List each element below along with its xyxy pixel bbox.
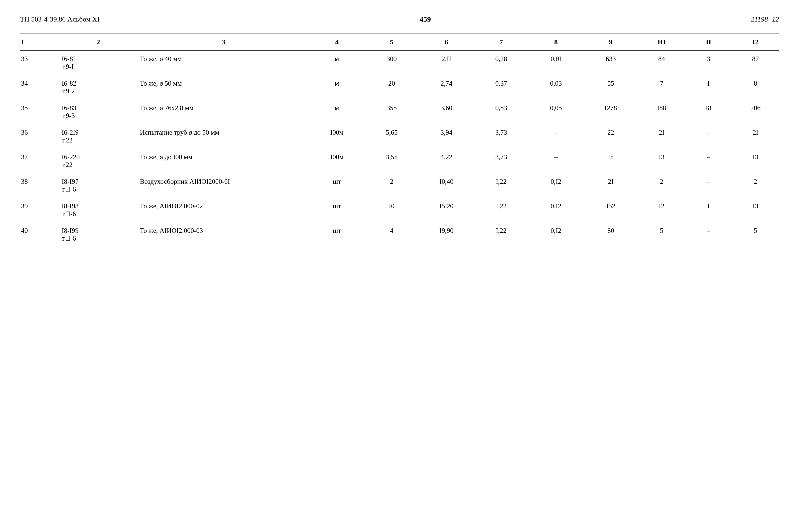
table-cell: 35 xyxy=(20,100,59,124)
table-cell: шт xyxy=(310,222,365,247)
table-cell: – xyxy=(685,149,732,173)
table-cell: I6-2I9т.22 xyxy=(59,124,137,149)
col-header-6: 6 xyxy=(419,34,474,50)
column-header-row: I 2 3 4 5 6 7 8 9 IO II I2 xyxy=(20,34,779,50)
table-row: 33I6-8Iт.9-IТо же, ø 40 ммм3002,II0,280,… xyxy=(20,50,779,75)
table-cell: 39 xyxy=(20,198,59,222)
table-cell: Испытание труб ø до 50 мм xyxy=(137,124,310,149)
table-cell: 355 xyxy=(364,100,419,124)
table-cell: 2I xyxy=(583,173,638,198)
col-header-10: IO xyxy=(638,34,685,50)
table-cell: I8-I97т.II-6 xyxy=(59,173,137,198)
table-cell: 2 xyxy=(732,173,779,198)
table-cell: I88 xyxy=(638,100,685,124)
table-cell: 0,03 xyxy=(528,75,583,100)
table-cell: 0,28 xyxy=(474,50,529,75)
table-cell: I0 xyxy=(364,198,419,222)
table-cell: 2I xyxy=(732,124,779,149)
table-cell: 5 xyxy=(732,222,779,247)
table-cell: 22 xyxy=(583,124,638,149)
table-cell: – xyxy=(685,222,732,247)
table-cell: 37 xyxy=(20,149,59,173)
table-cell: I,22 xyxy=(474,222,529,247)
table-cell: 87 xyxy=(732,50,779,75)
table-cell: 0,37 xyxy=(474,75,529,100)
table-cell: I,22 xyxy=(474,198,529,222)
page-header: ТП 503-4-39.86 Альбом XI – 459 – 21198 -… xyxy=(20,15,779,26)
col-header-7: 7 xyxy=(474,34,529,50)
table-cell: 3,73 xyxy=(474,124,529,149)
table-cell: 80 xyxy=(583,222,638,247)
header-center: – 459 – xyxy=(414,15,436,23)
table-cell: 3 xyxy=(685,50,732,75)
table-cell: 8 xyxy=(732,75,779,100)
table-cell: 3,94 xyxy=(419,124,474,149)
table-cell: I5,20 xyxy=(419,198,474,222)
col-header-8: 8 xyxy=(528,34,583,50)
table-cell: – xyxy=(528,149,583,173)
table-row: 36I6-2I9т.22Испытание труб ø до 50 ммI00… xyxy=(20,124,779,149)
table-cell: 2,74 xyxy=(419,75,474,100)
table-cell: 84 xyxy=(638,50,685,75)
table-cell: шт xyxy=(310,198,365,222)
table-cell: I00м xyxy=(310,124,365,149)
col-header-5: 5 xyxy=(364,34,419,50)
table-cell: 2 xyxy=(364,173,419,198)
col-header-9: 9 xyxy=(583,34,638,50)
table-cell: То же, ø 50 мм xyxy=(137,75,310,100)
table-cell: То же, ø 40 мм xyxy=(137,50,310,75)
table-cell: I3 xyxy=(732,149,779,173)
table-cell: 206 xyxy=(732,100,779,124)
col-header-2: 2 xyxy=(59,34,137,50)
table-cell: То же, ø до I00 мм xyxy=(137,149,310,173)
table-cell: I xyxy=(685,198,732,222)
table-cell: 55 xyxy=(583,75,638,100)
main-table: I 2 3 4 5 6 7 8 9 IO II I2 33I6-8Iт.9-IТ… xyxy=(20,34,779,247)
table-cell: I8 xyxy=(685,100,732,124)
table-cell: 34 xyxy=(20,75,59,100)
table-cell: м xyxy=(310,100,365,124)
table-row: 38I8-I97т.II-6Воздухосборник АIИOI2000-0… xyxy=(20,173,779,198)
table-cell: I9,90 xyxy=(419,222,474,247)
table-cell: 2I xyxy=(638,124,685,149)
table-cell: 33 xyxy=(20,50,59,75)
table-cell: I6-8Iт.9-I xyxy=(59,50,137,75)
table-cell: I3 xyxy=(638,149,685,173)
table-cell: I0,40 xyxy=(419,173,474,198)
table-cell: Воздухосборник АIИOI2000-0I xyxy=(137,173,310,198)
table-cell: I52 xyxy=(583,198,638,222)
table-cell: – xyxy=(528,124,583,149)
table-cell: I,22 xyxy=(474,173,529,198)
table-cell: I6-220т.22 xyxy=(59,149,137,173)
table-cell: I xyxy=(685,75,732,100)
table-cell: 0,0I xyxy=(528,50,583,75)
table-cell: 0,I2 xyxy=(528,222,583,247)
table-cell: – xyxy=(685,173,732,198)
table-cell: 0,53 xyxy=(474,100,529,124)
table-cell: 2 xyxy=(638,173,685,198)
table-row: 40I8-I99т.II-6То же, АIИOI2.000-03шт4I9,… xyxy=(20,222,779,247)
col-header-12: I2 xyxy=(732,34,779,50)
table-cell: 3,73 xyxy=(474,149,529,173)
table-cell: I278 xyxy=(583,100,638,124)
col-header-1: I xyxy=(20,34,59,50)
table-cell: м xyxy=(310,75,365,100)
table-cell: I3 xyxy=(732,198,779,222)
table-cell: м xyxy=(310,50,365,75)
table-cell: То же, ø 76x2,8 мм xyxy=(137,100,310,124)
col-header-4: 4 xyxy=(310,34,365,50)
table-cell: 7 xyxy=(638,75,685,100)
table-cell: 40 xyxy=(20,222,59,247)
table-cell: То же, АIИOI2.000-02 xyxy=(137,198,310,222)
table-cell: I6-83т.9-3 xyxy=(59,100,137,124)
table-cell: 38 xyxy=(20,173,59,198)
table-cell: 5,65 xyxy=(364,124,419,149)
table-cell: 3,55 xyxy=(364,149,419,173)
table-cell: 36 xyxy=(20,124,59,149)
table-cell: 0,05 xyxy=(528,100,583,124)
table-cell: 5 xyxy=(638,222,685,247)
table-cell: – xyxy=(685,124,732,149)
table-row: 39I8-I98т.II-6То же, АIИOI2.000-02штI0I5… xyxy=(20,198,779,222)
col-header-11: II xyxy=(685,34,732,50)
table-cell: 3,60 xyxy=(419,100,474,124)
